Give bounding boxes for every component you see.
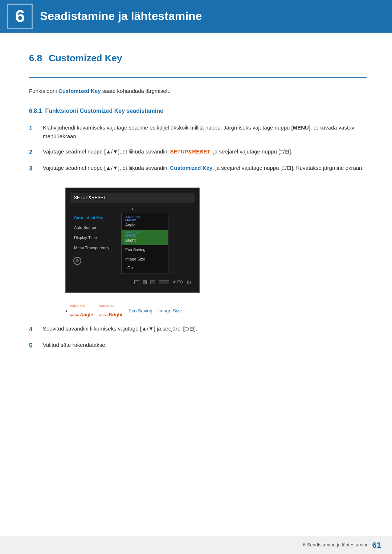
monitor-bottom-bar: AUTO ⏻ (70, 277, 195, 288)
menu-item-auto-source: Auto Source (70, 223, 119, 233)
bottom-icon-3 (150, 280, 155, 284)
step-5: 5 Valitud säte rakendatakse. (29, 341, 367, 350)
option-magic-angle: SAMSUNG MAGICAngle (70, 304, 93, 319)
separator-2: - (125, 307, 126, 315)
step-3: 3 Vajutage seadmel nuppe [▲/▼], et liiku… (29, 164, 367, 173)
separator-3: - (155, 307, 156, 315)
menu-item-display-time: Display Time (70, 233, 119, 243)
main-content: 6.8 Customized Key Funktsiooni Customize… (0, 33, 392, 386)
bottom-auto-label: AUTO (173, 279, 183, 285)
bottom-icon-1 (134, 280, 139, 284)
steps-list-2: 4 Soovitud suvandini liikumiseks vajutag… (29, 324, 367, 350)
option-magic-bright: SAMSUNG MAGICBright (99, 304, 123, 319)
bottom-icon-4 (159, 280, 169, 284)
section-divider (29, 77, 367, 78)
intro-paragraph: Funktsiooni Customized Key saate kohanda… (29, 87, 367, 95)
menu-item-menu-transparency: Menu Transparency (70, 243, 119, 253)
section-title: Customized Key (49, 51, 122, 66)
submenu-eco-saving: Eco Saving (122, 245, 168, 255)
submenu-magic-bright: SAMSUNGMAGIC Bright (122, 230, 168, 245)
settings-circle-icon: ⚙ (73, 257, 81, 265)
section-number: 6.8 (29, 51, 42, 66)
submenu-on-label: : On (122, 264, 168, 272)
submenu-panel: SAMSUNGMAGIC Angle SAMSUNGMAGIC Bright E… (121, 213, 168, 274)
bottom-power-icon: ⏻ (187, 279, 191, 286)
step-text-3: Vajutage seadmel nuppe [▲/▼], et liikuda… (43, 164, 367, 172)
intro-text-before: Funktsiooni (29, 88, 58, 94)
menu-left-panel: Customized Key Auto Source Display Time … (70, 213, 121, 274)
section-heading: 6.8 Customized Key (29, 51, 367, 66)
step-number-2: 2 (29, 147, 40, 157)
up-arrow: ▲ (70, 206, 195, 212)
menu-title-bar: SETUP&RESET (70, 193, 195, 203)
separator-1: - (95, 307, 97, 315)
menu-content: Customized Key Auto Source Display Time … (70, 213, 195, 274)
chapter-title: Seadistamine ja lähtestamine (40, 7, 202, 25)
step-text-5: Valitud säte rakendatakse. (43, 341, 367, 349)
step-number-5: 5 (29, 341, 40, 350)
chapter-number: 6 (15, 3, 25, 30)
step-number-1: 1 (29, 123, 40, 133)
step-4: 4 Soovitud suvandini liikumiseks vajutag… (29, 324, 367, 334)
subsection-title: Funktsiooni Customized Key seadistamine (45, 108, 163, 114)
intro-keyword: Customized Key (58, 88, 101, 94)
page-footer: 6 Seadistamine ja lähtestamine 61 (0, 536, 392, 554)
bullet-point: • (65, 307, 68, 316)
step-text-1: Klahvijuhendi kuvamiseks vajutage seadme… (43, 123, 367, 141)
step-text-4: Soovitud suvandini liikumiseks vajutage … (43, 324, 367, 333)
subsection-heading: 6.8.1 Funktsiooni Customized Key seadist… (29, 106, 367, 116)
footer-page-number: 61 (372, 539, 381, 551)
step-number-4: 4 (29, 324, 40, 334)
step-2: 2 Vajutage seadmel nuppe [▲/▼], et liiku… (29, 147, 367, 157)
menu-item-customized-key: Customized Key (70, 213, 119, 223)
options-line: • SAMSUNG MAGICAngle - SAMSUNG MAGICBrig… (65, 304, 367, 319)
bottom-icon-2 (143, 280, 147, 284)
subsection-number: 6.8.1 (29, 108, 42, 114)
steps-list: 1 Klahvijuhendi kuvamiseks vajutage sead… (29, 123, 367, 173)
footer-text: 6 Seadistamine ja lähtestamine (303, 541, 369, 549)
intro-text-after: saate kohandada järgmiselt. (101, 88, 171, 94)
option-image-size: Image Size (158, 307, 182, 315)
option-eco-saving: Eco Saving (128, 307, 152, 315)
page-header: 6 Seadistamine ja lähtestamine (0, 0, 392, 33)
submenu-magic-angle: SAMSUNGMAGIC Angle (122, 214, 168, 230)
step-1: 1 Klahvijuhendi kuvamiseks vajutage sead… (29, 123, 367, 141)
monitor-screen: SETUP&RESET ▲ Customized Key Auto Source… (65, 188, 200, 293)
step-text-2: Vajutage seadmel nuppe [▲/▼], et liikuda… (43, 147, 367, 156)
chapter-number-box: 6 (7, 4, 33, 29)
submenu-image-size: Image Size (122, 255, 168, 264)
screen-mockup-container: SETUP&RESET ▲ Customized Key Auto Source… (65, 188, 200, 293)
step-number-3: 3 (29, 164, 40, 173)
